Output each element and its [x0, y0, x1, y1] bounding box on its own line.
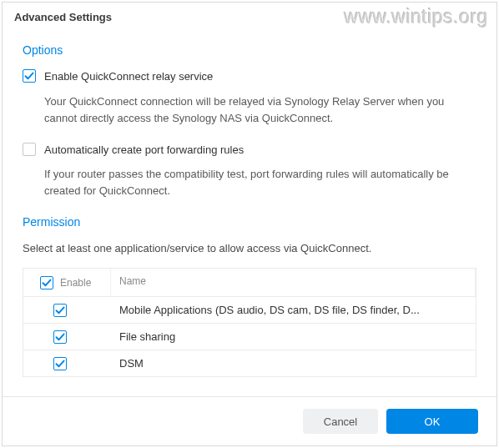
col-name-header[interactable]: Name [111, 269, 476, 296]
check-icon [55, 359, 65, 369]
checkbox-relay[interactable] [23, 69, 36, 83]
row-name: Mobile Applications (DS audio, DS cam, D… [111, 300, 476, 320]
table-row[interactable]: File sharing [23, 324, 476, 350]
col-name-label: Name [119, 275, 146, 287]
check-icon [55, 332, 65, 342]
dialog-content: Options Enable QuickConnect relay servic… [3, 30, 496, 396]
cancel-button[interactable]: Cancel [303, 409, 378, 434]
table-row[interactable]: DSM [23, 350, 476, 377]
ok-button[interactable]: OK [386, 409, 478, 434]
dialog: www.wintips.org Advanced Settings Option… [2, 2, 497, 446]
checkbox-portfwd[interactable] [23, 143, 36, 156]
row-name: File sharing [111, 326, 476, 347]
checkbox-row[interactable] [53, 304, 67, 317]
table-header: Enable Name [23, 269, 476, 297]
checkbox-row[interactable] [53, 330, 67, 344]
row-name: DSM [111, 353, 476, 374]
checkbox-row[interactable] [53, 357, 67, 370]
checkbox-enable-all[interactable] [40, 276, 53, 289]
option-relay-label: Enable QuickConnect relay service [44, 68, 213, 85]
table-row[interactable]: Mobile Applications (DS audio, DS cam, D… [23, 297, 476, 324]
permission-table: Enable Name Mobile Applications (DS audi… [23, 268, 476, 377]
permission-heading: Permission [23, 215, 476, 229]
dialog-footer: Cancel OK [3, 396, 496, 445]
permission-desc: Select at least one application/service … [23, 240, 476, 257]
option-portfwd-desc: If your router passes the compatibility … [44, 166, 476, 199]
option-relay: Enable QuickConnect relay service [23, 68, 476, 85]
col-enable-header[interactable]: Enable [23, 269, 111, 296]
option-portfwd: Automatically create port forwarding rul… [23, 142, 476, 159]
check-icon [42, 278, 52, 288]
col-enable-label: Enable [60, 277, 91, 289]
option-portfwd-label: Automatically create port forwarding rul… [44, 142, 244, 159]
option-relay-desc: Your QuickConnect connection will be rel… [44, 93, 476, 127]
options-heading: Options [23, 43, 476, 57]
dialog-title: Advanced Settings [3, 3, 496, 30]
check-icon [24, 71, 34, 81]
check-icon [55, 305, 65, 315]
